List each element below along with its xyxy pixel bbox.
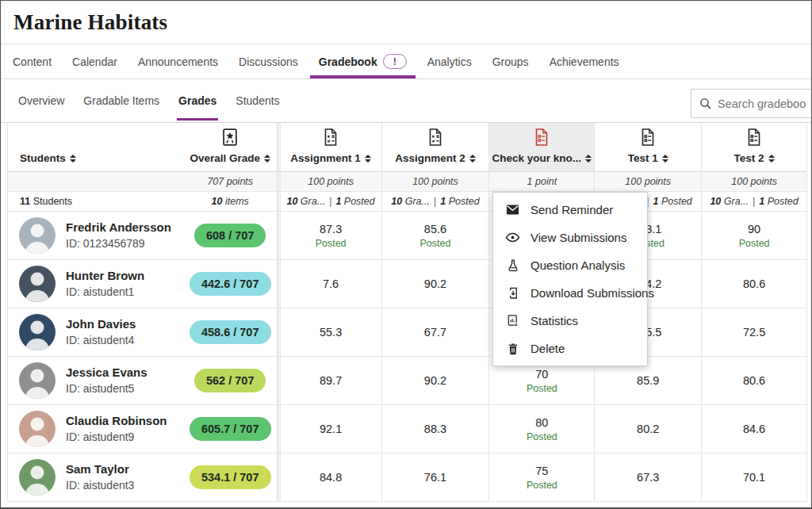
column-header-check-your-knowledge[interactable]: Check your kno...	[488, 123, 594, 171]
envelope-icon	[505, 202, 520, 217]
test-2-points: 100 points	[701, 172, 806, 191]
overall-items-count: 10 items	[184, 192, 277, 211]
avatar	[19, 217, 56, 254]
grade-cell-assignment-1[interactable]: 7.6	[281, 260, 381, 308]
student-row: Claudia Robinson ID: aistudent9 605.7 / …	[8, 405, 806, 454]
avatar	[19, 314, 56, 350]
grade-cell-assignment-1[interactable]: 84.8	[281, 454, 381, 501]
grade-cell-test-2[interactable]: 70.1	[701, 454, 806, 501]
column-header-students[interactable]: Students	[8, 123, 184, 171]
menu-item-delete[interactable]: Delete	[493, 335, 647, 362]
grade-cell-check[interactable]: 75Posted	[488, 454, 594, 501]
posted-label: Posted	[527, 431, 557, 442]
overall-grade-pill[interactable]: 562 / 707	[194, 369, 266, 392]
avatar	[19, 459, 56, 496]
posted-label: Posted	[419, 238, 450, 249]
tab-content[interactable]: Content	[2, 44, 62, 78]
student-row: Fredrik Andersson ID: 0123456789 608 / 7…	[8, 212, 806, 260]
menu-item-send-reminder[interactable]: Send Reminder	[493, 196, 647, 224]
sort-icon	[469, 155, 476, 163]
grade-cell-assignment-2[interactable]: 88.3	[381, 405, 489, 453]
student-cell[interactable]: Fredrik Andersson ID: 0123456789	[8, 212, 184, 259]
grade-cell-assignment-2[interactable]: 90.2	[381, 357, 489, 404]
overall-grade-pill[interactable]: 608 / 707	[194, 224, 266, 247]
subtab-gradable-items[interactable]: Gradable Items	[74, 79, 169, 122]
check-points: 1 point	[488, 172, 594, 191]
subtab-grades[interactable]: Grades	[169, 79, 226, 122]
grade-cell-assignment-2[interactable]: 76.1	[381, 454, 489, 501]
tab-analytics[interactable]: Analytics	[417, 44, 482, 78]
sort-icon	[264, 155, 270, 163]
column-header-test-1[interactable]: Test 1	[594, 123, 701, 171]
trash-icon	[505, 341, 520, 356]
menu-item-question-analysis[interactable]: Question Analysis	[493, 251, 647, 279]
student-cell[interactable]: Claudia Robinson ID: aistudent9	[8, 405, 184, 453]
overall-grade-cell: 608 / 707	[184, 212, 277, 259]
avatar	[19, 266, 56, 302]
overall-points: 707 points	[184, 172, 277, 191]
grade-cell-test-2[interactable]: 72.5	[701, 308, 806, 356]
grade-cell-assignment-2[interactable]: 90.2	[381, 260, 489, 308]
menu-item-download-submissions[interactable]: Download Submissions	[493, 279, 647, 307]
grade-cell-test-2[interactable]: 80.6	[701, 260, 806, 308]
page-title: Marine Habitats	[13, 10, 167, 35]
tab-announcements[interactable]: Announcements	[128, 44, 228, 78]
student-id: ID: 0123456789	[66, 236, 171, 251]
column-header-assignment-1[interactable]: Assignment 1	[281, 123, 381, 171]
grade-cell-assignment-1[interactable]: 92.1	[281, 405, 381, 453]
overall-grade-pill[interactable]: 605.7 / 707	[190, 417, 271, 441]
column-header-assignment-2[interactable]: Assignment 2	[381, 123, 489, 171]
overall-grade-pill[interactable]: 442.6 / 707	[190, 272, 271, 296]
search-input[interactable]	[718, 98, 806, 110]
overall-grade-cell: 605.7 / 707	[184, 405, 277, 453]
grade-cell-assignment-1[interactable]: 87.3Posted	[281, 212, 381, 259]
student-cell[interactable]: Sam Taylor ID: aistudent3	[8, 454, 184, 501]
gradebook-subnav: Overview Gradable Items Grades Students	[1, 79, 811, 123]
assignment-icon	[320, 127, 341, 147]
avatar	[19, 362, 56, 399]
grade-cell-assignment-2[interactable]: 85.6Posted	[381, 212, 489, 259]
search-icon	[699, 97, 712, 110]
student-cell[interactable]: Hunter Brown ID: aistudent1	[8, 260, 184, 308]
grade-cell-test-1[interactable]: 67.3	[594, 454, 701, 501]
posted-label: sted	[645, 238, 665, 249]
overall-grade-pill[interactable]: 534.1 / 707	[190, 465, 271, 489]
grade-cell-assignment-1[interactable]: 55.3	[281, 308, 381, 356]
student-row: John Davies ID: aistudent4 458.6 / 707 5…	[8, 308, 806, 357]
grade-cell-assignment-1[interactable]: 89.7	[281, 357, 381, 404]
student-id: ID: aistudent3	[66, 478, 134, 493]
menu-item-statistics[interactable]: Statistics	[493, 307, 647, 335]
student-cell[interactable]: Jessica Evans ID: aistudent5	[8, 357, 184, 404]
test-1-points: 100 points	[594, 172, 701, 191]
posted-label: Posted	[527, 383, 557, 394]
tab-calendar[interactable]: Calendar	[62, 44, 128, 78]
tab-groups[interactable]: Groups	[482, 44, 539, 78]
grade-cell-check[interactable]: 80Posted	[488, 405, 594, 453]
student-row: Sam Taylor ID: aistudent3 534.1 / 707 84…	[8, 454, 806, 502]
grade-cell-test-2[interactable]: 84.6	[701, 405, 806, 453]
grade-cell-test-1[interactable]: 80.2	[594, 405, 701, 453]
column-header-overall-grade[interactable]: Overall Grade	[184, 123, 277, 171]
menu-item-view-submissions[interactable]: View Submissions	[493, 224, 647, 251]
assignment-1-points: 100 points	[281, 172, 381, 191]
app-window: Marine Habitats Content Calendar Announc…	[0, 0, 812, 509]
column-header-test-2[interactable]: Test 2	[701, 123, 806, 171]
students-count: 11 Students	[8, 192, 184, 211]
sort-icon	[365, 155, 371, 163]
gradebook-alert-badge: !	[383, 54, 407, 69]
student-id: ID: aistudent5	[66, 381, 147, 396]
student-name: Hunter Brown	[66, 268, 144, 284]
tab-discussions[interactable]: Discussions	[228, 44, 308, 78]
overall-grade-pill[interactable]: 458.6 / 707	[190, 320, 271, 344]
statistics-icon	[505, 313, 520, 328]
student-cell[interactable]: John Davies ID: aistudent4	[8, 308, 184, 356]
grade-cell-test-2[interactable]: 80.6	[701, 357, 806, 404]
grade-cell-assignment-2[interactable]: 67.7	[381, 308, 489, 356]
course-header: Marine Habitats	[1, 1, 811, 44]
tab-gradebook[interactable]: Gradebook !	[308, 44, 417, 78]
grade-cell-test-2[interactable]: 90Posted	[701, 212, 806, 259]
overall-grade-cell: 442.6 / 707	[184, 260, 277, 308]
subtab-students[interactable]: Students	[226, 79, 289, 122]
subtab-overview[interactable]: Overview	[9, 79, 74, 122]
tab-achievements[interactable]: Achievements	[539, 44, 630, 78]
